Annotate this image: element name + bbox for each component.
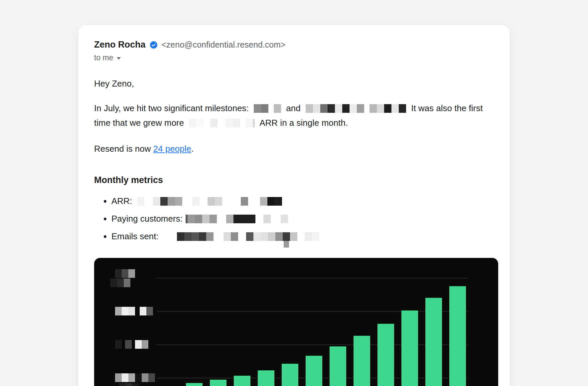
redacted-value <box>254 104 281 113</box>
chevron-down-icon <box>117 57 121 60</box>
metric-paying-customers: Paying customers: <box>111 213 494 224</box>
redacted-axis-label <box>115 373 155 382</box>
metric-emails-sent-label: Emails sent: <box>111 231 159 241</box>
redacted-axis-label <box>119 383 139 386</box>
email-body: Hey Zeno, In July, we hit two significan… <box>94 76 494 386</box>
redacted-axis-label <box>115 269 135 278</box>
greeting: Hey Zeno, <box>94 76 494 91</box>
email-header: Zeno Rocha <zeno@confidential.resend.com… <box>94 40 494 62</box>
team-size-link[interactable]: 24 people <box>153 144 191 154</box>
metric-emails-sent: Emails sent: <box>111 231 494 242</box>
metrics-list: ARR: Paying customers: Emails sent: <box>111 195 494 242</box>
recipient-dropdown[interactable]: to me <box>94 53 121 62</box>
sender-email: <zeno@confidential.resend.com> <box>162 40 286 50</box>
milestones-paragraph: In July, we hit two significant mileston… <box>94 101 494 130</box>
chart-bar <box>306 356 322 386</box>
sender-name: Zeno Rocha <box>94 40 146 50</box>
para1-text-1: In July, we hit two significant mileston… <box>94 103 249 113</box>
growth-bar-chart <box>94 258 498 386</box>
chart-bar <box>186 383 203 386</box>
para1-text-4: ARR in a single month. <box>259 118 348 128</box>
chart-bar <box>330 346 346 386</box>
verified-badge-icon <box>150 41 158 49</box>
metric-arr-label: ARR: <box>111 196 132 206</box>
chart-bar <box>258 370 274 386</box>
chart-bar <box>377 324 394 386</box>
redacted-axis-label <box>115 340 148 349</box>
redacted-value <box>137 197 282 206</box>
chart-bar <box>282 364 298 386</box>
chart-bar <box>354 336 370 386</box>
redacted-axis-label <box>110 279 130 287</box>
chart-bar <box>210 380 226 386</box>
chart-gridline <box>157 278 468 279</box>
sender-row: Zeno Rocha <zeno@confidential.resend.com… <box>94 40 494 50</box>
chart-gridline <box>157 344 468 345</box>
metric-arr: ARR: <box>111 195 494 207</box>
redacted-axis-label <box>115 307 153 315</box>
chart-gridline <box>157 311 468 312</box>
metrics-heading: Monthly metrics <box>94 175 494 185</box>
redacted-value <box>164 232 319 241</box>
metric-paying-customers-label: Paying customers: <box>111 214 183 224</box>
recipient-label: to me <box>94 53 113 62</box>
chart-bar <box>449 286 466 386</box>
chart-bar <box>234 376 250 386</box>
para2-suffix: . <box>191 144 194 154</box>
chart-bar <box>425 298 442 386</box>
para2-prefix: Resend is now <box>94 144 151 154</box>
chart-bar <box>401 310 418 386</box>
email-card: Zeno Rocha <zeno@confidential.resend.com… <box>78 25 510 386</box>
para1-text-2: and <box>286 103 300 113</box>
redacted-value <box>306 104 406 113</box>
redacted-value <box>186 215 288 223</box>
redacted-value <box>189 119 255 127</box>
team-size-paragraph: Resend is now 24 people. <box>94 141 494 156</box>
email-page: Zeno Rocha <zeno@confidential.resend.com… <box>0 0 588 386</box>
